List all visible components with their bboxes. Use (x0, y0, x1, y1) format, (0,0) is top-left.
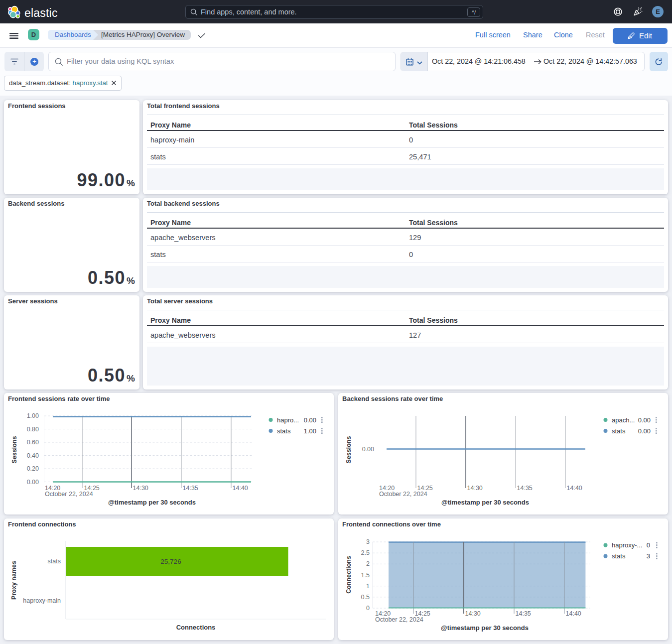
svg-text:haproxy-main: haproxy-main (23, 597, 61, 604)
svg-text:Proxy names: Proxy names (10, 561, 17, 600)
svg-text:1.00: 1.00 (27, 412, 39, 419)
svg-text:Sessions: Sessions (11, 436, 18, 464)
svg-text:October 22, 2024: October 22, 2024 (379, 491, 427, 498)
svg-text:1.5: 1.5 (361, 572, 370, 579)
svg-text:hapro...: hapro... (277, 416, 299, 424)
svg-text:14:40: 14:40 (567, 485, 582, 492)
svg-text:14:30: 14:30 (465, 610, 481, 617)
svg-text:2.5: 2.5 (361, 549, 370, 556)
svg-text:0.00: 0.00 (638, 427, 651, 435)
svg-text:0.40: 0.40 (27, 452, 39, 459)
svg-text:0: 0 (647, 541, 650, 549)
svg-text:October 22, 2024: October 22, 2024 (375, 616, 423, 623)
svg-text:0.00: 0.00 (27, 479, 39, 486)
svg-text:3: 3 (366, 538, 370, 545)
svg-text:apach...: apach... (612, 416, 635, 424)
svg-text:0.00: 0.00 (638, 416, 651, 424)
svg-text:2: 2 (366, 560, 370, 567)
svg-text:0.20: 0.20 (27, 465, 39, 472)
svg-text:14:40: 14:40 (566, 610, 581, 617)
svg-text:14:35: 14:35 (517, 485, 533, 492)
svg-text:14:30: 14:30 (133, 485, 148, 492)
svg-text:14:35: 14:35 (516, 610, 531, 617)
svg-text:Sessions: Sessions (345, 436, 352, 464)
svg-text:stats: stats (612, 427, 626, 435)
svg-text:@timestamp per 30 seconds: @timestamp per 30 seconds (108, 499, 196, 506)
svg-text:3: 3 (647, 552, 650, 560)
svg-text:1: 1 (366, 583, 370, 590)
svg-text:14:40: 14:40 (233, 485, 248, 492)
svg-text:@timestamp per 30 seconds: @timestamp per 30 seconds (441, 624, 529, 632)
svg-text:25,726: 25,726 (160, 558, 181, 565)
svg-text:0: 0 (366, 605, 370, 612)
svg-text:14:30: 14:30 (467, 485, 483, 492)
svg-text:Connections: Connections (176, 624, 216, 631)
svg-text:14:35: 14:35 (183, 485, 198, 492)
svg-text:stats: stats (612, 552, 626, 560)
svg-text:1.00: 1.00 (304, 427, 316, 435)
svg-text:0.00: 0.00 (362, 446, 374, 453)
svg-text:haproxy-...: haproxy-... (612, 541, 642, 549)
svg-text:0.5: 0.5 (361, 594, 370, 601)
svg-text:stats: stats (277, 427, 291, 435)
svg-text:0.60: 0.60 (27, 439, 39, 446)
svg-text:October 22, 2024: October 22, 2024 (45, 491, 93, 498)
svg-text:Connections: Connections (345, 556, 352, 594)
svg-text:stats: stats (48, 558, 61, 565)
svg-text:0.00: 0.00 (304, 416, 316, 424)
svg-text:@timestamp per 30 seconds: @timestamp per 30 seconds (441, 499, 529, 506)
svg-text:0.80: 0.80 (27, 426, 39, 433)
